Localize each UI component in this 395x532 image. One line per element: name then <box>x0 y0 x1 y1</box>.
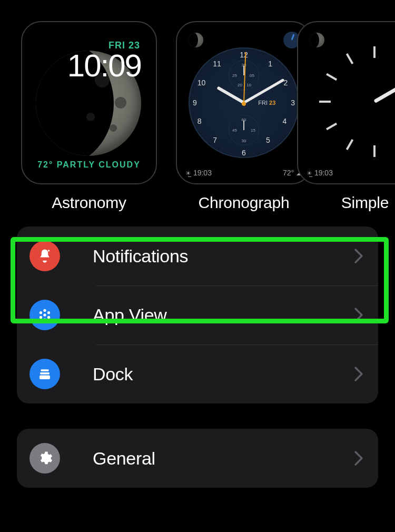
astronomy-weather-label: 72° PARTLY CLOUDY <box>22 160 156 170</box>
watch-face-chronograph[interactable]: 121 23 45 67 89 1011 30 05 25 20 10 60 1… <box>176 21 312 212</box>
dock-icon <box>29 359 60 389</box>
watch-face-astronomy-title: Astronomy <box>52 194 126 212</box>
app-grid-icon <box>29 300 60 330</box>
sunset-icon: ☀̲ <box>307 170 312 177</box>
svg-point-3 <box>43 313 46 316</box>
svg-point-1 <box>39 311 42 314</box>
svg-point-6 <box>43 318 46 321</box>
sunset-complication: ☀̲ 19:03 <box>185 169 212 177</box>
svg-point-0 <box>43 309 46 312</box>
watch-face-astronomy-card[interactable]: FRI 23 10:09 72° PARTLY CLOUDY <box>21 21 157 184</box>
chronograph-bottom-subdial: 60 15 45 30 <box>229 115 259 145</box>
svg-rect-9 <box>39 376 50 380</box>
astronomy-time-label: 10:09 <box>67 47 141 84</box>
watch-face-chronograph-title: Chronograph <box>199 194 290 212</box>
watch-face-carousel[interactable]: FRI 23 10:09 72° PARTLY CLOUDY Astronomy… <box>0 0 395 212</box>
sunset-complication: ☀̲ 19:03 <box>307 169 333 177</box>
gear-icon <box>29 443 60 474</box>
svg-point-4 <box>39 316 42 319</box>
watch-face-simple[interactable]: ☀̲ 19:03 Simple <box>331 21 395 212</box>
row-app-view[interactable]: App View <box>17 285 378 344</box>
row-general[interactable]: General <box>17 429 378 488</box>
chronograph-dial: 121 23 45 67 89 1011 30 05 25 20 10 60 1… <box>189 47 299 158</box>
chevron-right-icon <box>354 248 363 264</box>
moon-phase-icon <box>189 33 203 47</box>
watch-face-simple-card[interactable]: ☀̲ 19:03 <box>297 21 395 184</box>
row-general-label: General <box>93 448 354 469</box>
watch-face-simple-title: Simple <box>297 194 395 212</box>
chevron-right-icon <box>354 307 363 323</box>
bell-icon <box>29 241 60 271</box>
chevron-right-icon <box>354 366 363 382</box>
settings-group-2: General <box>17 429 378 488</box>
sunset-icon: ☀̲ <box>185 170 191 177</box>
chevron-right-icon <box>354 450 363 466</box>
row-notifications[interactable]: Notifications <box>17 226 378 285</box>
row-app-view-label: App View <box>93 305 354 326</box>
svg-point-2 <box>47 311 50 314</box>
settings-group-1: Notifications App View Dock <box>17 226 378 403</box>
svg-rect-7 <box>41 369 49 371</box>
row-dock-label: Dock <box>93 364 354 385</box>
row-dock[interactable]: Dock <box>17 344 378 403</box>
svg-rect-8 <box>40 372 50 375</box>
simple-dial <box>319 46 395 157</box>
svg-point-5 <box>47 316 50 319</box>
watch-face-chronograph-card[interactable]: 121 23 45 67 89 1011 30 05 25 20 10 60 1… <box>176 21 312 184</box>
row-notifications-label: Notifications <box>93 246 354 267</box>
chronograph-date-label: FRI23 <box>258 100 275 106</box>
moon-phase-icon <box>310 33 324 47</box>
watch-face-astronomy[interactable]: FRI 23 10:09 72° PARTLY CLOUDY Astronomy <box>21 21 157 212</box>
minute-hand <box>373 80 395 103</box>
